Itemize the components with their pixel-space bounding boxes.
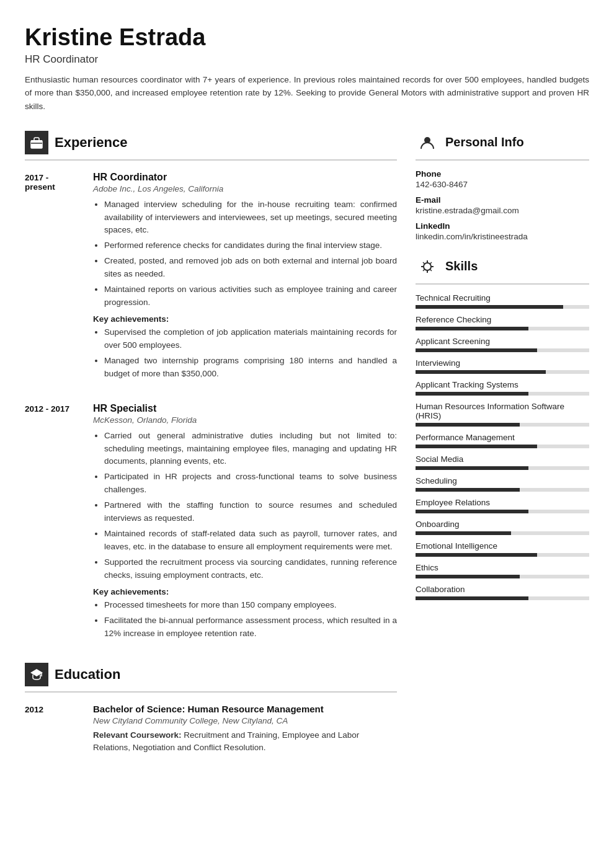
experience-icon (25, 131, 48, 154)
experience-list: 2017 - presentHR CoordinatorAdobe Inc., … (25, 172, 397, 645)
skill-item: Technical Recruiting (416, 293, 589, 309)
phone-value: 142-630-8467 (416, 180, 589, 189)
skills-section: Skills Technical RecruitingReference Che… (416, 255, 589, 600)
achievements-label: Key achievements: (93, 314, 397, 324)
left-column: Experience 2017 - presentHR CoordinatorA… (25, 131, 397, 773)
skill-bar-fill (416, 348, 537, 352)
skills-list: Technical RecruitingReference CheckingAp… (416, 293, 589, 600)
list-item: Maintained reports on various activities… (104, 283, 397, 309)
list-item: Managed two internship programs comprisi… (104, 355, 397, 381)
skill-item: Social Media (416, 454, 589, 470)
skill-item: Applicant Tracking Systems (416, 380, 589, 396)
exp-company: Adobe Inc., Los Angeles, California (93, 184, 397, 193)
skill-bar-background (416, 575, 589, 578)
skill-name: Interviewing (416, 358, 589, 368)
achievements-list: Processed timesheets for more than 150 c… (93, 599, 397, 640)
skill-item: Collaboration (416, 585, 589, 600)
skill-name: Onboarding (416, 520, 589, 529)
skill-name: Social Media (416, 454, 589, 464)
skill-bar-fill (416, 423, 520, 427)
skill-bar-fill (416, 445, 537, 448)
skill-item: Performance Management (416, 433, 589, 448)
list-item: Participated in HR projects and cross-fu… (104, 471, 397, 497)
linkedin-label: LinkedIn (416, 221, 589, 231)
coursework-label: Relevant Coursework: (93, 730, 184, 740)
edu-coursework: Relevant Coursework: Recruitment and Tra… (93, 729, 397, 755)
experience-section-header: Experience (25, 131, 397, 161)
achievements-label: Key achievements: (93, 587, 397, 596)
skill-name: Human Resources Information Software (HR… (416, 402, 589, 420)
personal-info-section: Personal Info Phone 142-630-8467 E-mail … (416, 131, 589, 241)
education-list: 2012Bachelor of Science: Human Resource … (25, 704, 397, 755)
education-section-header: Education (25, 663, 397, 693)
email-value: kristine.estrada@gmail.com (416, 206, 589, 215)
experience-item: 2017 - presentHR CoordinatorAdobe Inc., … (25, 172, 397, 386)
list-item: Processed timesheets for more than 150 c… (104, 599, 397, 612)
skill-item: Emotional Intelligence (416, 541, 589, 557)
edu-content: Bachelor of Science: Human Resource Mana… (93, 704, 397, 755)
skill-bar-fill (416, 488, 520, 492)
skill-bar-background (416, 510, 589, 513)
exp-content: HR CoordinatorAdobe Inc., Los Angeles, C… (93, 172, 397, 386)
exp-title: HR Coordinator (93, 172, 397, 183)
exp-company: McKesson, Orlando, Florida (93, 415, 397, 425)
list-item: Supervised the completion of job applica… (104, 326, 397, 352)
skill-name: Reference Checking (416, 315, 589, 324)
candidate-summary: Enthusiastic human resources coordinator… (25, 73, 589, 113)
list-item: Partnered with the staffing function to … (104, 499, 397, 525)
skill-name: Ethics (416, 563, 589, 572)
exp-date: 2012 - 2017 (25, 403, 81, 645)
skill-name: Performance Management (416, 433, 589, 442)
exp-title: HR Specialist (93, 403, 397, 414)
skill-item: Onboarding (416, 520, 589, 535)
svg-point-6 (424, 263, 431, 270)
list-item: Supported the recruitment process via so… (104, 556, 397, 582)
skill-bar-background (416, 531, 589, 535)
skill-bar-fill (416, 305, 563, 309)
skill-bar-background (416, 466, 589, 470)
skills-title: Skills (445, 259, 478, 273)
candidate-name: Kristine Estrada (25, 25, 589, 51)
experience-item: 2012 - 2017HR SpecialistMcKesson, Orland… (25, 403, 397, 645)
personal-info-icon (416, 131, 439, 154)
education-icon (25, 663, 48, 686)
education-section: Education 2012Bachelor of Science: Human… (25, 663, 397, 755)
skill-bar-fill (416, 370, 546, 374)
skill-bar-fill (416, 575, 520, 578)
skill-bar-fill (416, 531, 511, 535)
skill-bar-background (416, 392, 589, 396)
list-item: Managed interview scheduling for the in-… (104, 198, 397, 237)
skill-bar-background (416, 445, 589, 448)
list-item: Facilitated the bi-annual performance as… (104, 614, 397, 640)
skill-bar-fill (416, 596, 528, 600)
exp-date: 2017 - present (25, 172, 81, 386)
phone-label: Phone (416, 169, 589, 179)
skill-bar-background (416, 596, 589, 600)
skill-bar-background (416, 305, 589, 309)
experience-section: Experience 2017 - presentHR CoordinatorA… (25, 131, 397, 645)
svg-rect-2 (31, 141, 42, 148)
linkedin-value: linkedin.com/in/kristineestrada (416, 232, 589, 241)
list-item: Performed reference checks for candidate… (104, 239, 397, 252)
skill-bar-background (416, 488, 589, 492)
achievements-list: Supervised the completion of job applica… (93, 326, 397, 381)
skill-name: Collaboration (416, 585, 589, 594)
email-section: E-mail kristine.estrada@gmail.com (416, 195, 589, 215)
exp-bullets: Carried out general administrative dutie… (93, 430, 397, 582)
skills-icon (416, 255, 439, 278)
candidate-title: HR Coordinator (25, 53, 589, 66)
skill-bar-background (416, 327, 589, 330)
skill-item: Human Resources Information Software (HR… (416, 402, 589, 427)
skill-bar-fill (416, 392, 528, 396)
skill-item: Applicant Screening (416, 337, 589, 352)
main-content: Experience 2017 - presentHR CoordinatorA… (25, 131, 589, 773)
experience-title: Experience (55, 135, 127, 151)
phone-section: Phone 142-630-8467 (416, 169, 589, 189)
edu-school: New Cityland Community College, New City… (93, 716, 397, 725)
skill-bar-background (416, 553, 589, 557)
skill-name: Technical Recruiting (416, 293, 589, 303)
skill-bar-background (416, 348, 589, 352)
email-label: E-mail (416, 195, 589, 205)
edu-degree: Bachelor of Science: Human Resource Mana… (93, 704, 397, 714)
list-item: Carried out general administrative dutie… (104, 430, 397, 469)
